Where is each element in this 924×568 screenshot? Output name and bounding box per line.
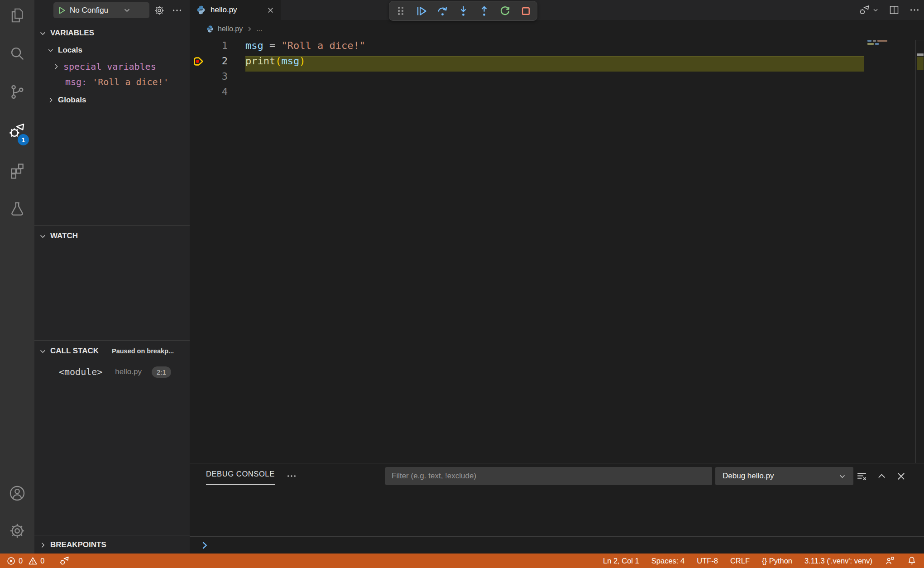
debug-run-icon: [858, 4, 871, 16]
stop-button-icon[interactable]: [520, 5, 532, 17]
chevron-down-icon: [872, 7, 879, 13]
token-bracket: ): [299, 55, 305, 67]
restart-button-icon[interactable]: [499, 5, 511, 17]
token-operator: =: [263, 40, 282, 51]
overview-cursor-mark: [917, 53, 924, 56]
python-file-icon: [206, 25, 214, 33]
step-over-button-icon[interactable]: [436, 5, 449, 17]
breadcrumb-file[interactable]: hello.py: [218, 25, 243, 33]
editor-more-actions-icon[interactable]: [910, 6, 919, 14]
panel-more-actions-icon[interactable]: [287, 472, 297, 480]
variables-section-header[interactable]: VARIABLES: [39, 25, 94, 41]
chevron-right-icon: [53, 63, 60, 70]
chevron-down-icon: [838, 472, 846, 480]
eol-sequence[interactable]: CRLF: [730, 557, 750, 565]
encoding[interactable]: UTF-8: [697, 557, 718, 565]
toolbar-drag-grip[interactable]: [395, 5, 407, 17]
chevron-down-icon: [47, 47, 54, 54]
console-filter-input[interactable]: [385, 467, 712, 485]
console-input-prompt-icon[interactable]: [200, 540, 210, 550]
paused-on-breakpoint-label: Paused on breakp...: [112, 343, 180, 359]
launch-config-dropdown[interactable]: No Configu: [53, 2, 149, 18]
breadcrumb-symbol[interactable]: ...: [256, 25, 262, 33]
testing-icon[interactable]: [0, 191, 34, 227]
source-control-icon[interactable]: [0, 74, 34, 110]
editor-actions: [858, 0, 919, 20]
debugging-indicator-icon[interactable]: [59, 555, 70, 567]
indentation[interactable]: Spaces: 4: [651, 557, 685, 565]
editor-group: hello.py: [190, 0, 924, 463]
variable-msg-row[interactable]: msg: 'Roll a dice!': [65, 74, 169, 90]
frame-file: hello.py: [115, 367, 142, 376]
clear-console-icon[interactable]: [856, 471, 867, 482]
tab-debug-console[interactable]: DEBUG CONSOLE: [206, 470, 275, 485]
step-out-button-icon[interactable]: [478, 5, 490, 17]
watch-section-header[interactable]: WATCH: [39, 228, 78, 244]
overview-highlight-mark: [917, 57, 924, 70]
variable-msg-value: 'Roll a dice!': [92, 77, 169, 87]
breadcrumb[interactable]: hello.py ...: [190, 20, 924, 38]
line-number: 2: [211, 53, 228, 69]
code-line-3[interactable]: 3: [190, 69, 924, 84]
debug-sidebar: No Configu VARIABLES: [34, 0, 190, 554]
views-more-actions-icon[interactable]: [172, 7, 182, 14]
feedback-icon[interactable]: [885, 556, 895, 566]
gutter[interactable]: [190, 38, 211, 53]
breakpoint-hit-arrow-icon[interactable]: [192, 55, 205, 67]
search-icon[interactable]: [0, 35, 34, 72]
breakpoints-section-header[interactable]: BREAKPOINTS: [39, 537, 106, 553]
maximize-panel-icon[interactable]: [876, 471, 887, 481]
overview-ruler[interactable]: [915, 40, 924, 463]
call-stack-status-wrap: Paused on breakp...: [34, 343, 190, 359]
problems-indicator[interactable]: 0 0: [6, 556, 44, 566]
token-string: "Roll a dice!": [282, 40, 365, 51]
code-line-2[interactable]: 2 print(msg): [190, 53, 924, 69]
close-panel-icon[interactable]: [896, 471, 906, 481]
files-icon: [9, 7, 26, 24]
debug-session-badge: 1: [18, 134, 29, 145]
start-debug-icon[interactable]: [57, 6, 66, 15]
continue-button-icon[interactable]: [416, 5, 428, 17]
run-and-debug-icon[interactable]: 1: [0, 113, 34, 149]
manage-gear-icon[interactable]: [0, 513, 34, 549]
tab-close-icon[interactable]: [267, 6, 274, 14]
step-into-button-icon[interactable]: [457, 5, 469, 17]
debug-toolbar[interactable]: [389, 1, 537, 21]
stack-frame-row[interactable]: <module> hello.py 2:1: [59, 362, 171, 381]
python-interpreter[interactable]: 3.11.3 ('.venv': venv): [804, 557, 872, 565]
special-variables-row[interactable]: special variables: [53, 59, 156, 74]
vscode-window: 1: [0, 0, 924, 568]
accounts-icon[interactable]: [0, 475, 34, 511]
token-bracket: (: [275, 55, 281, 67]
language-mode[interactable]: {} Python: [762, 557, 792, 565]
extensions-icon[interactable]: [0, 152, 34, 188]
errors-count: 0: [19, 557, 23, 565]
debug-console-panel: DEBUG CONSOLE Debug hello.py: [190, 463, 924, 554]
locals-scope-row[interactable]: Locals: [47, 43, 82, 58]
warnings-icon: [28, 556, 38, 566]
split-editor-icon[interactable]: [889, 5, 900, 15]
python-file-icon: [196, 5, 206, 15]
line-number: 4: [211, 84, 228, 100]
code-area[interactable]: 1 msg = "Roll a dice!" 2 print(msg) 3: [190, 38, 924, 310]
gutter[interactable]: [190, 53, 211, 69]
debug-settings-gear-icon[interactable]: [154, 5, 165, 16]
console-input-divider: [190, 536, 924, 537]
notifications-bell-icon[interactable]: [907, 556, 917, 566]
globals-scope-row[interactable]: Globals: [47, 92, 86, 108]
panel-action-icons: [856, 467, 906, 485]
minimap[interactable]: [867, 40, 887, 46]
chevron-down-icon: [39, 29, 47, 37]
warnings-count: 0: [40, 557, 44, 565]
chevron-right-icon: [47, 96, 54, 104]
explorer-icon[interactable]: [0, 0, 34, 34]
run-python-file-button[interactable]: [858, 4, 879, 16]
tab-hello-py[interactable]: hello.py: [190, 0, 281, 20]
token-variable: msg: [245, 40, 263, 51]
debug-session-dropdown[interactable]: Debug hello.py: [715, 467, 853, 485]
code-line-4[interactable]: 4: [190, 84, 924, 100]
chevron-down-icon: [39, 232, 47, 240]
cursor-position[interactable]: Ln 2, Col 1: [603, 557, 639, 565]
code-line-1[interactable]: 1 msg = "Roll a dice!": [190, 38, 924, 53]
activity-bar: 1: [0, 0, 34, 554]
